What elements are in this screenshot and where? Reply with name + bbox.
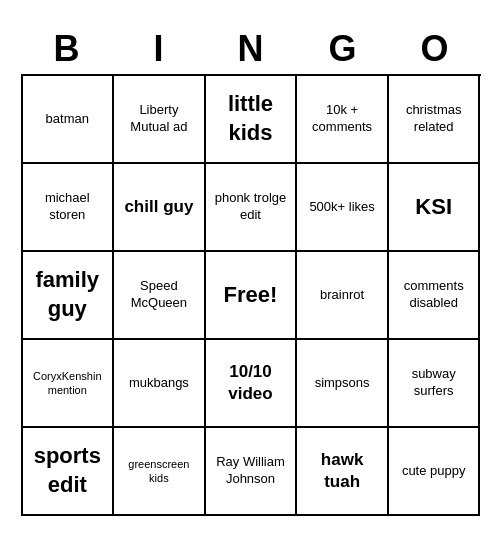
bingo-cell-3[interactable]: 10k + comments bbox=[297, 76, 389, 164]
bingo-cell-22[interactable]: Ray William Johnson bbox=[206, 428, 298, 516]
bingo-cell-24[interactable]: cute puppy bbox=[389, 428, 481, 516]
bingo-cell-0[interactable]: batman bbox=[23, 76, 115, 164]
bingo-cell-10[interactable]: family guy bbox=[23, 252, 115, 340]
bingo-cell-13[interactable]: brainrot bbox=[297, 252, 389, 340]
letter-n: N bbox=[207, 28, 295, 70]
bingo-title: B I N G O bbox=[21, 28, 481, 70]
bingo-cell-8[interactable]: 500k+ likes bbox=[297, 164, 389, 252]
bingo-cell-21[interactable]: greenscreen kids bbox=[114, 428, 206, 516]
bingo-cell-12[interactable]: Free! bbox=[206, 252, 298, 340]
letter-b: B bbox=[23, 28, 111, 70]
bingo-cell-11[interactable]: Speed McQueen bbox=[114, 252, 206, 340]
bingo-cell-18[interactable]: simpsons bbox=[297, 340, 389, 428]
bingo-cell-4[interactable]: christmas related bbox=[389, 76, 481, 164]
bingo-cell-2[interactable]: little kids bbox=[206, 76, 298, 164]
bingo-cell-7[interactable]: phonk trolge edit bbox=[206, 164, 298, 252]
bingo-cell-6[interactable]: chill guy bbox=[114, 164, 206, 252]
letter-i: I bbox=[115, 28, 203, 70]
bingo-cell-14[interactable]: comments disabled bbox=[389, 252, 481, 340]
bingo-cell-9[interactable]: KSI bbox=[389, 164, 481, 252]
bingo-cell-20[interactable]: sports edit bbox=[23, 428, 115, 516]
bingo-cell-1[interactable]: Liberty Mutual ad bbox=[114, 76, 206, 164]
bingo-card: B I N G O batmanLiberty Mutual adlittle … bbox=[11, 18, 491, 526]
bingo-cell-17[interactable]: 10/10 video bbox=[206, 340, 298, 428]
bingo-cell-5[interactable]: michael storen bbox=[23, 164, 115, 252]
bingo-cell-23[interactable]: hawk tuah bbox=[297, 428, 389, 516]
bingo-grid: batmanLiberty Mutual adlittle kids10k + … bbox=[21, 74, 481, 516]
bingo-cell-16[interactable]: mukbangs bbox=[114, 340, 206, 428]
bingo-cell-19[interactable]: subway surfers bbox=[389, 340, 481, 428]
letter-g: G bbox=[299, 28, 387, 70]
bingo-cell-15[interactable]: CoryxKenshin mention bbox=[23, 340, 115, 428]
letter-o: O bbox=[391, 28, 479, 70]
